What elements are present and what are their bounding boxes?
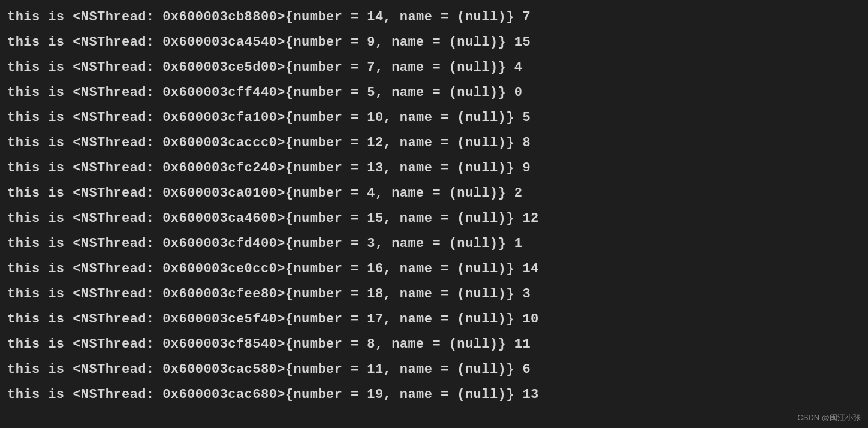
- log-line: this is <NSThread: 0x600003ca0100>{numbe…: [7, 181, 861, 206]
- log-line: this is <NSThread: 0x600003ce5d00>{numbe…: [7, 55, 861, 80]
- log-line: this is <NSThread: 0x600003cfee80>{numbe…: [7, 282, 861, 307]
- log-line: this is <NSThread: 0x600003cfd400>{numbe…: [7, 231, 861, 257]
- console-container: this is <NSThread: 0x600003cb8800>{numbe…: [0, 0, 868, 428]
- log-line: this is <NSThread: 0x600003ca4540>{numbe…: [7, 30, 861, 55]
- log-line: this is <NSThread: 0x600003cfc240>{numbe…: [7, 156, 861, 181]
- log-line: this is <NSThread: 0x600003cac580>{numbe…: [7, 357, 861, 382]
- log-line: this is <NSThread: 0x600003caccc0>{numbe…: [7, 131, 861, 156]
- log-line: this is <NSThread: 0x600003ce5f40>{numbe…: [7, 307, 861, 332]
- watermark-label: CSDN @闽江小张: [797, 412, 861, 423]
- log-line: this is <NSThread: 0x600003cff440>{numbe…: [7, 80, 861, 106]
- log-line: this is <NSThread: 0x600003ce0cc0>{numbe…: [7, 257, 861, 282]
- log-line: this is <NSThread: 0x600003cac680>{numbe…: [7, 382, 861, 408]
- log-line: this is <NSThread: 0x600003cf8540>{numbe…: [7, 332, 861, 357]
- log-line: this is <NSThread: 0x600003cb8800>{numbe…: [7, 5, 861, 30]
- log-line: this is <NSThread: 0x600003cfa100>{numbe…: [7, 106, 861, 131]
- log-output: this is <NSThread: 0x600003cb8800>{numbe…: [7, 5, 861, 408]
- log-line: this is <NSThread: 0x600003ca4600>{numbe…: [7, 206, 861, 231]
